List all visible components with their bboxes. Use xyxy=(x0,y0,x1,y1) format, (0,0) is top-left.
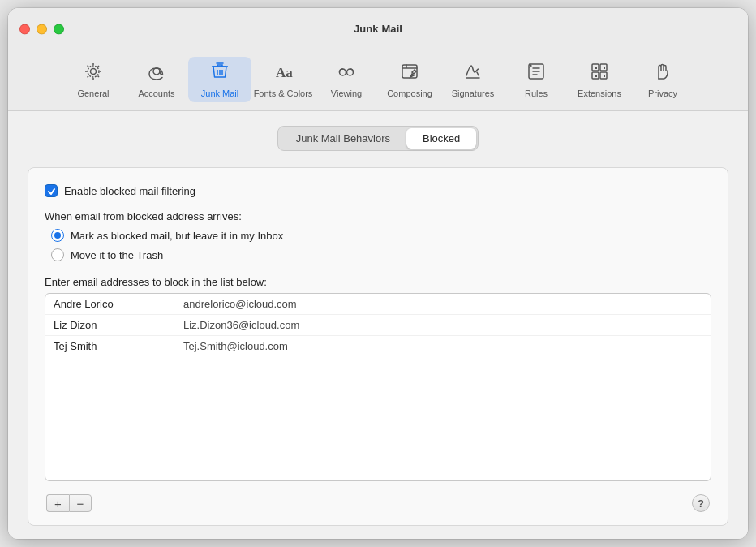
help-button[interactable]: ? xyxy=(692,494,710,512)
toolbar-item-general[interactable]: General xyxy=(62,57,125,102)
email-list-label: Enter email addresses to block in the li… xyxy=(45,276,711,288)
maximize-button[interactable] xyxy=(54,24,64,34)
minimize-button[interactable] xyxy=(37,24,47,34)
close-button[interactable] xyxy=(19,24,30,34)
radio-mark-blocked[interactable] xyxy=(51,229,64,242)
svg-text:Aa: Aa xyxy=(276,65,293,80)
toolbar-label-fonts: Fonts & Colors xyxy=(254,88,313,98)
svg-point-1 xyxy=(88,66,99,77)
toolbar-label-rules: Rules xyxy=(525,88,548,98)
settings-panel: Enable blocked mail filtering When email… xyxy=(28,167,728,526)
tab-blocked[interactable]: Blocked xyxy=(406,128,476,149)
radio-label-trash: Move it to the Trash xyxy=(71,249,163,261)
enable-filter-label: Enable blocked mail filtering xyxy=(64,185,195,197)
email-name-0: Andre Lorico xyxy=(54,298,183,310)
toolbar-label-accounts: Accounts xyxy=(138,88,174,98)
svg-point-0 xyxy=(91,69,97,75)
toolbar-label-signatures: Signatures xyxy=(452,88,495,98)
titlebar: Junk Mail xyxy=(8,8,748,50)
junkmail-icon xyxy=(209,61,230,85)
toolbar-item-viewing[interactable]: Viewing xyxy=(315,57,378,102)
tab-junk-behaviors[interactable]: Junk Mail Behaviors xyxy=(280,128,406,149)
enable-filter-checkbox[interactable] xyxy=(45,184,58,197)
toolbar-item-rules[interactable]: Rules xyxy=(505,57,568,102)
email-row-0[interactable]: Andre Lorico andrelorico@icloud.com xyxy=(45,294,711,315)
rules-icon xyxy=(526,61,547,85)
bottom-bar: + − ? xyxy=(45,494,711,512)
toolbar-label-composing: Composing xyxy=(387,88,432,98)
toolbar-item-signatures[interactable]: Signatures xyxy=(441,57,505,102)
main-window: Junk Mail General Accounts xyxy=(8,8,748,539)
add-button[interactable]: + xyxy=(46,494,69,512)
radio-row-mark[interactable]: Mark as blocked mail, but leave it in my… xyxy=(51,229,711,242)
window-title: Junk Mail xyxy=(354,23,402,35)
compose-icon xyxy=(399,61,420,85)
gear-icon xyxy=(83,61,104,85)
toolbar-label-viewing: Viewing xyxy=(331,88,362,98)
toolbar-label-privacy: Privacy xyxy=(648,88,677,98)
radio-move-trash[interactable] xyxy=(51,248,64,261)
add-remove-buttons: + − xyxy=(46,494,92,512)
content-area: Junk Mail Behaviors Blocked Enable block… xyxy=(8,111,748,539)
toolbar-item-junkmail[interactable]: Junk Mail xyxy=(188,57,251,102)
radio-row-trash[interactable]: Move it to the Trash xyxy=(51,248,711,261)
email-name-2: Tej Smith xyxy=(54,340,183,352)
at-icon xyxy=(146,61,167,85)
toolbar-item-composing[interactable]: Composing xyxy=(378,57,441,102)
toolbar-item-extensions[interactable]: Extensions xyxy=(568,57,631,102)
toolbar-item-accounts[interactable]: Accounts xyxy=(125,57,188,102)
radio-group: Mark as blocked mail, but leave it in my… xyxy=(51,229,711,261)
radio-mark-inner xyxy=(54,232,61,239)
svg-rect-9 xyxy=(402,65,417,78)
enable-filter-row: Enable blocked mail filtering xyxy=(45,184,711,197)
toolbar-label-extensions: Extensions xyxy=(578,88,621,98)
toolbar-label-general: General xyxy=(77,88,109,98)
email-row-2[interactable]: Tej Smith Tej.Smith@icloud.com xyxy=(45,336,711,356)
email-addr-0: andrelorico@icloud.com xyxy=(183,298,297,310)
toolbar-label-junkmail: Junk Mail xyxy=(201,88,238,98)
email-addr-1: Liz.Dizon36@icloud.com xyxy=(183,319,299,331)
email-name-1: Liz Dizon xyxy=(54,319,183,331)
email-row-1[interactable]: Liz Dizon Liz.Dizon36@icloud.com xyxy=(45,315,711,336)
toolbar: General Accounts xyxy=(8,50,748,111)
glasses-icon xyxy=(336,61,357,85)
window-controls xyxy=(19,24,64,34)
font-icon: Aa xyxy=(273,61,294,85)
extensions-icon xyxy=(589,61,610,85)
email-list[interactable]: Andre Lorico andrelorico@icloud.com Liz … xyxy=(45,293,711,481)
email-addr-2: Tej.Smith@icloud.com xyxy=(183,340,288,352)
toolbar-item-privacy[interactable]: Privacy xyxy=(631,57,694,102)
signature-icon xyxy=(462,61,483,85)
radio-label-mark: Mark as blocked mail, but leave it in my… xyxy=(71,230,283,242)
when-email-label: When email from blocked address arrives: xyxy=(45,210,711,222)
hand-icon xyxy=(652,61,673,85)
toolbar-item-fonts[interactable]: Aa Fonts & Colors xyxy=(251,57,315,102)
segmented-control: Junk Mail Behaviors Blocked xyxy=(277,126,479,151)
remove-button[interactable]: − xyxy=(69,494,92,512)
